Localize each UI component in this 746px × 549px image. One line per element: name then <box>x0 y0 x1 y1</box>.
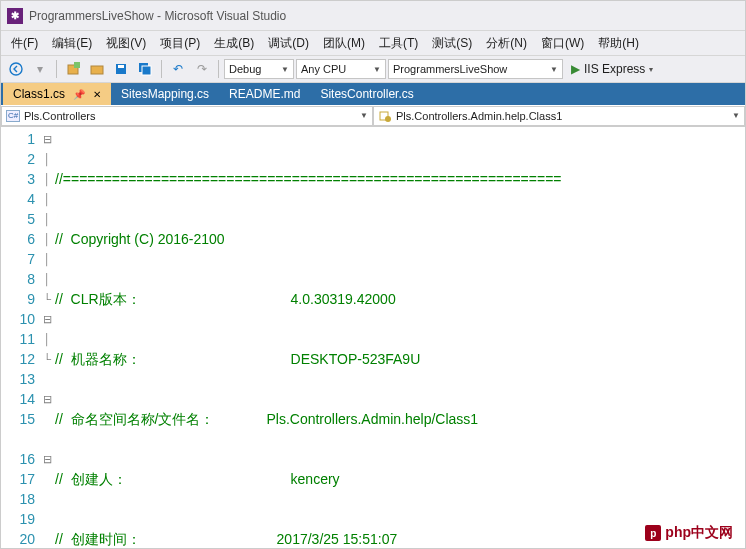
namespace-nav-label: Pls.Controllers <box>24 110 96 122</box>
line-gutter: 123456789 1011121314151617181920 <box>1 127 41 548</box>
chevron-down-icon: ▼ <box>277 65 289 74</box>
run-label: IIS Express <box>584 62 645 76</box>
run-button[interactable]: ▶IIS Express▾ <box>565 58 659 80</box>
config-combo[interactable]: Debug▼ <box>224 59 294 79</box>
startup-value: ProgrammersLiveShow <box>393 63 507 75</box>
code-nav-bar: C# Pls.Controllers ▼ Pls.Controllers.Adm… <box>1 105 745 127</box>
menu-tools[interactable]: 工具(T) <box>373 33 424 54</box>
code-editor[interactable]: 123456789 1011121314151617181920 ⊟││││││… <box>1 127 745 548</box>
menu-project[interactable]: 项目(P) <box>154 33 206 54</box>
svg-rect-3 <box>91 66 103 74</box>
save-all-button[interactable] <box>134 58 156 80</box>
tab-sitescontroller[interactable]: SitesController.cs <box>310 83 423 105</box>
close-icon[interactable]: ✕ <box>93 89 101 100</box>
platform-value: Any CPU <box>301 63 346 75</box>
undo-button[interactable]: ↶ <box>167 58 189 80</box>
new-project-button[interactable] <box>62 58 84 80</box>
open-file-button[interactable] <box>86 58 108 80</box>
svg-rect-5 <box>118 65 124 68</box>
tab-label: Class1.cs <box>13 87 65 101</box>
redo-button[interactable]: ↷ <box>191 58 213 80</box>
platform-combo[interactable]: Any CPU▼ <box>296 59 386 79</box>
tab-class1[interactable]: Class1.cs 📌 ✕ <box>3 83 111 105</box>
separator <box>56 60 57 78</box>
chevron-down-icon: ▼ <box>369 65 381 74</box>
menu-analyze[interactable]: 分析(N) <box>480 33 533 54</box>
vs-app-icon: ✱ <box>7 8 23 24</box>
menu-help[interactable]: 帮助(H) <box>592 33 645 54</box>
svg-rect-7 <box>142 66 151 75</box>
tab-sitesmapping[interactable]: SitesMapping.cs <box>111 83 219 105</box>
fold-gutter[interactable]: ⊟│││││││└ ⊟│└⊟⊟ <box>41 127 55 548</box>
menu-debug[interactable]: 调试(D) <box>262 33 315 54</box>
play-icon: ▶ <box>571 62 580 76</box>
menu-file[interactable]: 件(F) <box>5 33 44 54</box>
separator <box>218 60 219 78</box>
titlebar: ✱ ProgrammersLiveShow - Microsoft Visual… <box>1 1 745 31</box>
tab-label: SitesController.cs <box>320 87 413 101</box>
tab-label: SitesMapping.cs <box>121 87 209 101</box>
menu-team[interactable]: 团队(M) <box>317 33 371 54</box>
menu-build[interactable]: 生成(B) <box>208 33 260 54</box>
tab-label: README.md <box>229 87 300 101</box>
document-tabs: Class1.cs 📌 ✕ SitesMapping.cs README.md … <box>1 83 745 105</box>
menubar: 件(F) 编辑(E) 视图(V) 项目(P) 生成(B) 调试(D) 团队(M)… <box>1 31 745 55</box>
window-title: ProgrammersLiveShow - Microsoft Visual S… <box>29 9 286 23</box>
class-icon <box>378 110 392 122</box>
startup-combo[interactable]: ProgrammersLiveShow▼ <box>388 59 563 79</box>
nav-forward-button[interactable]: ▾ <box>29 58 51 80</box>
chevron-down-icon: ▼ <box>360 111 368 120</box>
php-logo-icon: p <box>645 525 661 541</box>
class-nav[interactable]: Pls.Controllers.Admin.help.Class1 ▼ <box>373 106 745 126</box>
svg-point-9 <box>385 116 391 122</box>
menu-window[interactable]: 窗口(W) <box>535 33 590 54</box>
menu-view[interactable]: 视图(V) <box>100 33 152 54</box>
pin-icon[interactable]: 📌 <box>73 89 85 100</box>
menu-test[interactable]: 测试(S) <box>426 33 478 54</box>
config-value: Debug <box>229 63 261 75</box>
watermark-text: php中文网 <box>665 524 733 542</box>
chevron-down-icon: ▾ <box>649 65 653 74</box>
watermark: p php中文网 <box>639 522 739 544</box>
menu-edit[interactable]: 编辑(E) <box>46 33 98 54</box>
chevron-down-icon: ▼ <box>546 65 558 74</box>
svg-rect-2 <box>74 62 80 68</box>
svg-point-0 <box>10 63 22 75</box>
class-nav-label: Pls.Controllers.Admin.help.Class1 <box>396 110 562 122</box>
tab-readme[interactable]: README.md <box>219 83 310 105</box>
save-button[interactable] <box>110 58 132 80</box>
toolbar: ▾ ↶ ↷ Debug▼ Any CPU▼ ProgrammersLiveSho… <box>1 55 745 83</box>
namespace-nav[interactable]: C# Pls.Controllers ▼ <box>1 106 373 126</box>
csharp-icon: C# <box>6 110 20 122</box>
separator <box>161 60 162 78</box>
chevron-down-icon: ▼ <box>732 111 740 120</box>
code-content[interactable]: //======================================… <box>55 127 745 548</box>
nav-back-button[interactable] <box>5 58 27 80</box>
